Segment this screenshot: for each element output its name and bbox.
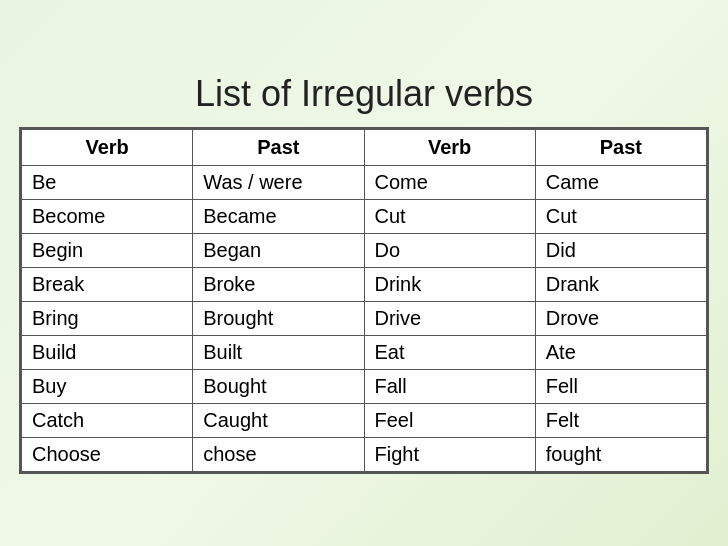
table-cell: Build xyxy=(22,335,193,369)
table-row: BeginBeganDoDid xyxy=(22,233,707,267)
table-cell: Brought xyxy=(193,301,364,335)
table-cell: Eat xyxy=(364,335,535,369)
table-row: BeWas / wereComeCame xyxy=(22,165,707,199)
table-cell: Was / were xyxy=(193,165,364,199)
table-cell: Caught xyxy=(193,403,364,437)
col-verb2: Verb xyxy=(364,129,535,165)
col-past1: Past xyxy=(193,129,364,165)
table-cell: Built xyxy=(193,335,364,369)
table-cell: Began xyxy=(193,233,364,267)
table-cell: Drive xyxy=(364,301,535,335)
table-cell: Feel xyxy=(364,403,535,437)
table-cell: Came xyxy=(535,165,706,199)
table-cell: Bring xyxy=(22,301,193,335)
col-verb1: Verb xyxy=(22,129,193,165)
table-cell: Begin xyxy=(22,233,193,267)
table-cell: Cut xyxy=(535,199,706,233)
col-past2: Past xyxy=(535,129,706,165)
table-cell: Be xyxy=(22,165,193,199)
irregular-verbs-table: Verb Past Verb Past BeWas / wereComeCame… xyxy=(21,129,707,472)
table-cell: Fight xyxy=(364,437,535,471)
table-cell: Do xyxy=(364,233,535,267)
table-cell: chose xyxy=(193,437,364,471)
table-cell: Drink xyxy=(364,267,535,301)
table-cell: Come xyxy=(364,165,535,199)
table-cell: Become xyxy=(22,199,193,233)
table-cell: Bought xyxy=(193,369,364,403)
table-cell: fought xyxy=(535,437,706,471)
table-body: BeWas / wereComeCameBecomeBecameCutCutBe… xyxy=(22,165,707,471)
table-cell: Ate xyxy=(535,335,706,369)
table-cell: Became xyxy=(193,199,364,233)
table-cell: Drank xyxy=(535,267,706,301)
table-cell: Broke xyxy=(193,267,364,301)
table-row: BuildBuiltEatAte xyxy=(22,335,707,369)
table-cell: Catch xyxy=(22,403,193,437)
table-cell: Felt xyxy=(535,403,706,437)
page-title: List of Irregular verbs xyxy=(195,73,533,115)
table-cell: Choose xyxy=(22,437,193,471)
table-cell: Buy xyxy=(22,369,193,403)
table-cell: Fell xyxy=(535,369,706,403)
table-row: BecomeBecameCutCut xyxy=(22,199,707,233)
table-row: BreakBrokeDrinkDrank xyxy=(22,267,707,301)
table-row: BringBroughtDriveDrove xyxy=(22,301,707,335)
header-row: Verb Past Verb Past xyxy=(22,129,707,165)
table-cell: Did xyxy=(535,233,706,267)
table-row: ChoosechoseFightfought xyxy=(22,437,707,471)
table-container: Verb Past Verb Past BeWas / wereComeCame… xyxy=(19,127,709,474)
table-header: Verb Past Verb Past xyxy=(22,129,707,165)
table-cell: Cut xyxy=(364,199,535,233)
table-cell: Drove xyxy=(535,301,706,335)
table-row: CatchCaughtFeelFelt xyxy=(22,403,707,437)
table-cell: Break xyxy=(22,267,193,301)
table-cell: Fall xyxy=(364,369,535,403)
table-row: BuyBoughtFallFell xyxy=(22,369,707,403)
